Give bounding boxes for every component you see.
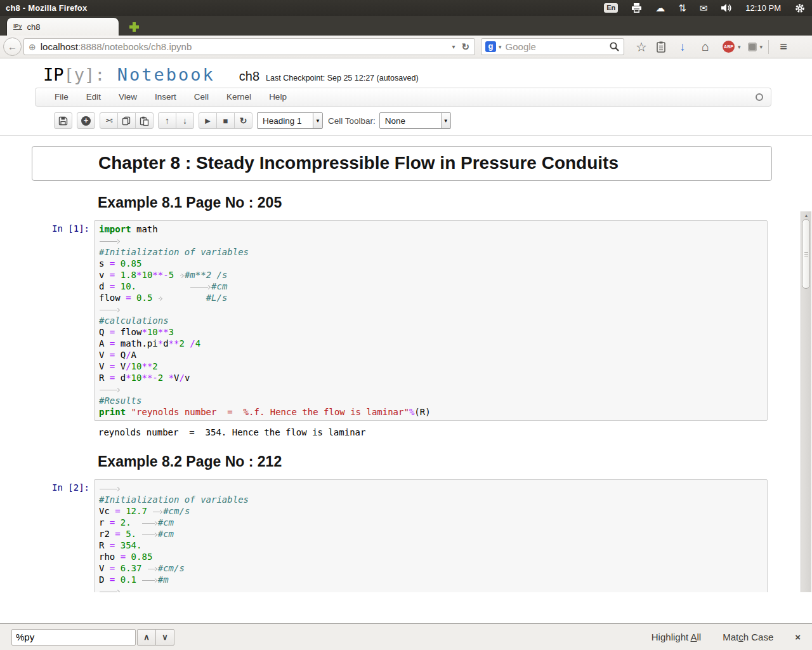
paste-cell-button[interactable] [135, 112, 154, 129]
up-arrow-icon: ↑ [165, 116, 169, 126]
play-icon: ▶ [205, 117, 210, 125]
volume-icon[interactable] [721, 3, 732, 13]
kernel-indicator-icon [756, 93, 763, 101]
mail-icon[interactable]: ✉ [700, 3, 708, 13]
search-input[interactable] [506, 41, 609, 52]
tab-arrow-icon [99, 588, 121, 592]
menu-bar-items: FileEditViewInsertCellKernelHelp [46, 88, 296, 106]
new-tab-button[interactable] [124, 20, 143, 34]
system-tray: En ☁ ⇅ ✉ 12:10 PM [604, 3, 806, 14]
scrollbar-grip [804, 252, 808, 256]
menu-item-help[interactable]: Help [260, 88, 296, 106]
adblock-icon[interactable]: ABP [723, 41, 735, 53]
scrollbar-up-icon[interactable]: ▲ [801, 213, 811, 218]
cut-icon: ✂ [105, 116, 113, 126]
addon-icon[interactable] [748, 43, 757, 51]
menu-item-edit[interactable]: Edit [77, 88, 110, 106]
tab-arrow-icon [99, 237, 121, 245]
find-input[interactable] [11, 629, 136, 646]
site-identity-icon[interactable]: ⊕ [29, 42, 36, 52]
refresh-icon: ↻ [240, 116, 247, 126]
cell-type-value: Heading 1 [258, 113, 313, 128]
menu-item-kernel[interactable]: Kernel [218, 88, 260, 106]
chevron-down-icon: ∨ [162, 632, 168, 642]
cell-toolbar-select[interactable]: None ▼ [379, 112, 451, 129]
move-cell-down-button[interactable]: ↓ [176, 112, 194, 129]
tab-arrow-icon [158, 295, 163, 302]
heading2-cell[interactable]: Example 8.2 Page No : 212 [32, 453, 772, 470]
tab-arrow-icon [141, 531, 157, 538]
select-arrow-icon: ▼ [441, 113, 450, 128]
url-dropdown-icon[interactable]: ▾ [448, 43, 459, 50]
code-cell[interactable]: In [2]:#Initialization of variablesVc = … [0, 479, 812, 592]
browser-tab[interactable]: IPy ch8 [6, 17, 119, 36]
cloud-icon[interactable]: ☁ [655, 3, 665, 13]
ipython-favicon: IPy [13, 23, 22, 30]
bookmark-star-icon[interactable]: ☆ [632, 39, 651, 55]
scrollbar[interactable]: ▲ [801, 211, 811, 592]
menu-item-view[interactable]: View [110, 88, 146, 106]
close-find-bar-icon[interactable]: × [795, 632, 801, 642]
tab-arrow-icon [99, 485, 121, 493]
code-input[interactable]: #Initialization of variablesVc = 12.7 #c… [94, 479, 768, 592]
language-indicator[interactable]: En [604, 3, 618, 13]
input-prompt: In [2]: [0, 479, 89, 592]
find-next-button[interactable]: ∨ [155, 629, 174, 646]
cut-cell-button[interactable]: ✂ [100, 112, 118, 129]
move-cell-up-button[interactable]: ↑ [158, 112, 176, 129]
menu-item-cell[interactable]: Cell [185, 88, 218, 106]
match-case-button[interactable]: Match Case [723, 632, 773, 642]
code-input[interactable]: import math#Initialization of variabless… [94, 220, 768, 421]
copy-icon [122, 116, 131, 126]
toolbar-separator [768, 40, 769, 54]
highlight-all-accesskey: A [691, 632, 697, 642]
heading2-cell[interactable]: Example 8.1 Page No : 205 [32, 194, 772, 211]
find-bar: ∧ ∨ Highlight All Match Case × [0, 623, 812, 650]
cell-toolbar-label: Cell Toolbar: [328, 116, 376, 126]
search-engine-icon[interactable]: g [485, 41, 496, 52]
notebook-header: IP[y]: Notebook ch8 Last Checkpoint: Sep… [0, 58, 812, 84]
save-icon [58, 116, 68, 126]
code-cell[interactable]: In [1]:import math#Initialization of var… [0, 220, 812, 421]
add-cell-button[interactable]: + [77, 112, 95, 129]
bookmarks-menu-icon[interactable] [651, 41, 671, 53]
navigation-toolbar: ← ⊕ localhost:8888/notebooks/ch8.ipynb ▾… [0, 36, 812, 58]
downloads-icon[interactable]: ↓ [671, 40, 694, 54]
logo-ip: IP [43, 65, 64, 84]
tab-arrow-icon [147, 565, 158, 573]
copy-cell-button[interactable] [117, 112, 136, 129]
session-gear-icon[interactable] [794, 3, 806, 14]
clock[interactable]: 12:10 PM [745, 3, 781, 13]
menu-item-insert[interactable]: Insert [146, 88, 185, 106]
run-cell-button[interactable]: ▶ [199, 112, 217, 129]
find-previous-button[interactable]: ∧ [137, 629, 156, 646]
heading1-cell[interactable]: Chapter 8 : Steady Incompressible Flow i… [32, 146, 772, 181]
restart-kernel-button[interactable]: ↻ [234, 112, 252, 129]
cell-type-select[interactable]: Heading 1 ▼ [257, 112, 323, 129]
back-icon: ← [8, 41, 17, 52]
match-case-label-rest: h Case [743, 632, 774, 642]
search-bar[interactable]: g ▾ [481, 38, 624, 55]
adblock-dropdown-icon[interactable]: ▾ [735, 44, 744, 50]
reload-icon[interactable]: ↻ [459, 41, 472, 53]
printer-icon[interactable] [631, 3, 642, 13]
save-button[interactable] [54, 112, 72, 129]
scrollbar-thumb[interactable] [802, 219, 810, 289]
interrupt-kernel-button[interactable]: ■ [216, 112, 235, 129]
menu-item-file[interactable]: File [46, 88, 77, 106]
notebook-title[interactable]: ch8 [239, 69, 259, 84]
search-magnifier-icon[interactable] [609, 41, 620, 52]
addon-dropdown-icon[interactable]: ▾ [757, 44, 766, 50]
ipython-logo[interactable]: IP[y]: Notebook [43, 65, 215, 84]
match-case-label: Mat [723, 632, 738, 642]
desktop-top-panel: ch8 - Mozilla Firefox En ☁ ⇅ ✉ 12:10 PM [0, 0, 812, 16]
home-icon[interactable]: ⌂ [694, 39, 717, 54]
highlight-all-button[interactable]: Highlight All [652, 632, 701, 642]
tab-arrow-icon [99, 306, 121, 314]
url-bar[interactable]: ⊕ localhost:8888/notebooks/ch8.ipynb ▾ ↻ [23, 38, 475, 55]
network-updown-icon[interactable]: ⇅ [678, 3, 686, 13]
url-text[interactable]: localhost:8888/notebooks/ch8.ipynb [41, 41, 449, 52]
back-button[interactable]: ← [3, 37, 22, 56]
hamburger-menu-icon[interactable]: ≡ [773, 39, 794, 54]
search-engine-dropdown-icon[interactable]: ▾ [496, 44, 506, 50]
